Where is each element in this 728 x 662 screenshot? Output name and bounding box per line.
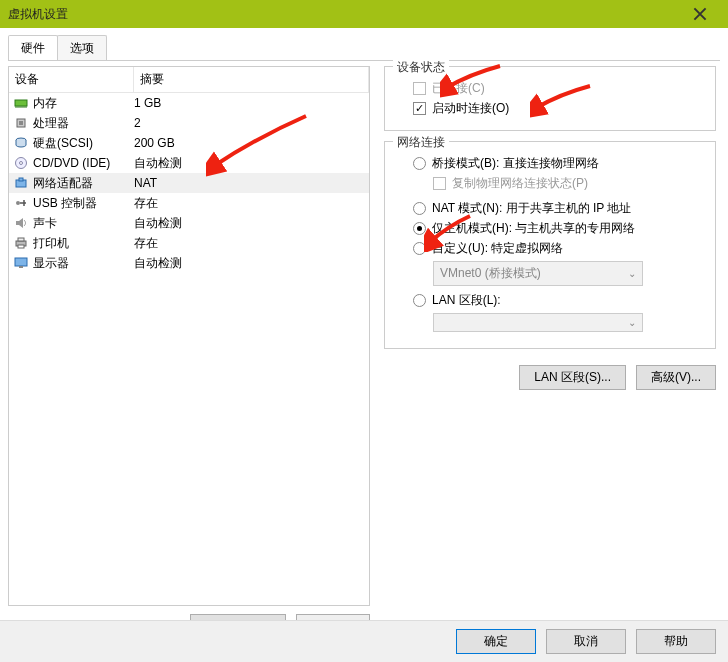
connected-checkbox <box>413 82 426 95</box>
device-name: 内存 <box>33 95 57 112</box>
cd-icon <box>13 155 29 171</box>
sound-icon <box>13 215 29 231</box>
help-button[interactable]: 帮助 <box>636 629 716 654</box>
device-name: USB 控制器 <box>33 195 97 212</box>
svg-rect-10 <box>18 238 24 241</box>
svg-point-5 <box>20 162 23 165</box>
device-summary: NAT <box>134 176 365 190</box>
lansegment-radio[interactable] <box>413 294 426 307</box>
titlebar: 虚拟机设置 <box>0 0 728 28</box>
custom-select-value: VMnet0 (桥接模式) <box>440 265 541 282</box>
device-row[interactable]: 显示器自动检测 <box>9 253 369 273</box>
connected-label: 已连接(C) <box>432 80 485 97</box>
device-name: 显示器 <box>33 255 69 272</box>
advanced-button[interactable]: 高级(V)... <box>636 365 716 390</box>
device-row[interactable]: 处理器2 <box>9 113 369 133</box>
connect-poweron-checkbox[interactable] <box>413 102 426 115</box>
device-summary: 2 <box>134 116 365 130</box>
disk-icon <box>13 135 29 151</box>
chevron-down-icon: ⌄ <box>628 317 636 328</box>
device-row[interactable]: 内存1 GB <box>9 93 369 113</box>
memory-icon <box>13 95 29 111</box>
network-title: 网络连接 <box>393 134 449 151</box>
device-summary: 自动检测 <box>134 215 365 232</box>
connect-poweron-label: 启动时连接(O) <box>432 100 509 117</box>
col-device[interactable]: 设备 <box>9 67 134 92</box>
cancel-button[interactable]: 取消 <box>546 629 626 654</box>
device-name: 处理器 <box>33 115 69 132</box>
footer: 确定 取消 帮助 <box>0 620 728 662</box>
device-name: 声卡 <box>33 215 57 232</box>
device-state-group: 设备状态 已连接(C) 启动时连接(O) <box>384 66 716 131</box>
svg-rect-0 <box>15 100 27 106</box>
device-summary: 存在 <box>134 235 365 252</box>
svg-rect-12 <box>15 258 27 266</box>
svg-point-8 <box>16 201 20 205</box>
replicate-label: 复制物理网络连接状态(P) <box>452 175 588 192</box>
hostonly-radio[interactable] <box>413 222 426 235</box>
chevron-down-icon: ⌄ <box>628 268 636 279</box>
device-row[interactable]: CD/DVD (IDE)自动检测 <box>9 153 369 173</box>
device-state-title: 设备状态 <box>393 59 449 76</box>
bridged-radio[interactable] <box>413 157 426 170</box>
window-title: 虚拟机设置 <box>8 6 680 23</box>
svg-rect-11 <box>18 245 24 248</box>
device-row[interactable]: 声卡自动检测 <box>9 213 369 233</box>
tabs: 硬件 选项 <box>8 35 720 61</box>
usb-icon <box>13 195 29 211</box>
svg-rect-2 <box>19 121 23 125</box>
svg-rect-7 <box>19 178 23 181</box>
list-header: 设备 摘要 <box>9 67 369 93</box>
svg-rect-13 <box>19 266 23 268</box>
net-icon <box>13 175 29 191</box>
device-summary: 自动检测 <box>134 255 365 272</box>
replicate-checkbox <box>433 177 446 190</box>
lan-segments-button[interactable]: LAN 区段(S)... <box>519 365 626 390</box>
lansegment-select: ⌄ <box>433 313 643 332</box>
custom-radio[interactable] <box>413 242 426 255</box>
device-row[interactable]: 硬盘(SCSI)200 GB <box>9 133 369 153</box>
device-name: 网络适配器 <box>33 175 93 192</box>
cpu-icon <box>13 115 29 131</box>
lansegment-label: LAN 区段(L): <box>432 292 501 309</box>
bridged-label: 桥接模式(B): 直接连接物理网络 <box>432 155 599 172</box>
custom-select: VMnet0 (桥接模式) ⌄ <box>433 261 643 286</box>
close-icon <box>693 7 707 21</box>
device-list: 设备 摘要 内存1 GB处理器2硬盘(SCSI)200 GBCD/DVD (ID… <box>8 66 370 606</box>
printer-icon <box>13 235 29 251</box>
network-group: 网络连接 桥接模式(B): 直接连接物理网络 复制物理网络连接状态(P) NAT… <box>384 141 716 349</box>
device-row[interactable]: 打印机存在 <box>9 233 369 253</box>
device-summary: 自动检测 <box>134 155 365 172</box>
close-button[interactable] <box>680 0 720 28</box>
col-summary[interactable]: 摘要 <box>134 67 369 92</box>
nat-label: NAT 模式(N): 用于共享主机的 IP 地址 <box>432 200 631 217</box>
device-summary: 200 GB <box>134 136 365 150</box>
display-icon <box>13 255 29 271</box>
device-summary: 1 GB <box>134 96 365 110</box>
device-name: CD/DVD (IDE) <box>33 156 110 170</box>
hostonly-label: 仅主机模式(H): 与主机共享的专用网络 <box>432 220 635 237</box>
device-summary: 存在 <box>134 195 365 212</box>
device-row[interactable]: 网络适配器NAT <box>9 173 369 193</box>
device-row[interactable]: USB 控制器存在 <box>9 193 369 213</box>
device-name: 硬盘(SCSI) <box>33 135 93 152</box>
ok-button[interactable]: 确定 <box>456 629 536 654</box>
custom-label: 自定义(U): 特定虚拟网络 <box>432 240 563 257</box>
tab-options[interactable]: 选项 <box>57 35 107 60</box>
tab-hardware[interactable]: 硬件 <box>8 35 58 60</box>
device-name: 打印机 <box>33 235 69 252</box>
nat-radio[interactable] <box>413 202 426 215</box>
